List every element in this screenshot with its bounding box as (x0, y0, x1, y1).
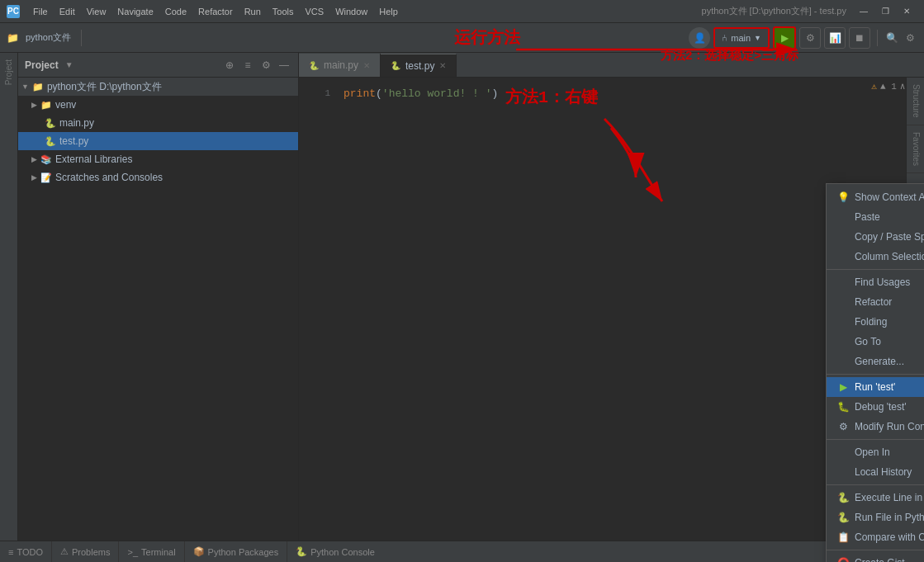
menu-tools[interactable]: Tools (268, 5, 299, 18)
ctx-run-test[interactable]: ▶ Run 'test' Ctrl +Shift+F10 (827, 377, 924, 397)
ctx-item-label: Run 'test' (855, 381, 924, 393)
ctx-item-label: Go To (855, 336, 924, 347)
ctx-item-label: Show Context Actions (855, 191, 924, 203)
ctx-paste[interactable]: Paste Ctrl+V (827, 207, 924, 227)
todo-tab[interactable]: ≡ TODO (0, 541, 52, 563)
console-tab[interactable]: 🐍 Python Console (287, 541, 383, 563)
project-new-dir[interactable]: ⊕ (222, 58, 237, 73)
terminal-tab[interactable]: >_ Terminal (119, 541, 184, 563)
menu-vcs[interactable]: VCS (301, 5, 329, 18)
tree-item-venv[interactable]: ▶ 📁 venv (18, 96, 298, 114)
context-menu: 💡 Show Context Actions Alt+Enter Paste C… (826, 183, 924, 562)
breadcrumb-up[interactable]: ∧ (900, 81, 906, 92)
menu-view[interactable]: View (82, 5, 111, 18)
sidebar-project-tab[interactable]: Project (2, 56, 15, 88)
tree-item-scratches[interactable]: ▶ 📝 Scratches and Consoles (18, 168, 298, 187)
generate-icon (836, 355, 850, 368)
project-settings[interactable]: ⚙ (258, 58, 273, 73)
terminal-label: Terminal (141, 547, 176, 557)
branch-icon: ⑃ (722, 33, 727, 43)
branch-button[interactable]: ⑃ main ▼ (713, 27, 770, 49)
ctx-debug-test[interactable]: 🐛 Debug 'test' (827, 397, 924, 417)
menu-code[interactable]: Code (160, 5, 192, 18)
problems-icon: ⚠ (60, 546, 69, 557)
warning-icon: ⚠ (871, 81, 877, 92)
packages-tab[interactable]: 📦 Python Packages (185, 541, 288, 563)
tab-main[interactable]: 🐍 main.py ✕ (299, 54, 381, 77)
ctx-show-context-actions[interactable]: 💡 Show Context Actions Alt+Enter (827, 187, 924, 207)
ctx-open-in[interactable]: Open In ▶ (827, 442, 924, 462)
ctx-create-gist[interactable]: ⭕ Create Gist... (827, 553, 924, 562)
tree-item-test[interactable]: 🐍 test.py (18, 132, 298, 150)
favorites-panel-tab[interactable]: Favorites (907, 125, 924, 173)
open-in-icon (836, 446, 850, 459)
tree-item-label: Scratches and Consoles (55, 172, 163, 183)
editor-area: 🐍 main.py ✕ 🐍 test.py ✕ 方法1：右键 (299, 53, 924, 541)
tab-close[interactable]: ✕ (363, 61, 370, 70)
tree-item-label: main.py (59, 117, 94, 129)
ctx-refactor[interactable]: Refactor ▶ (827, 292, 924, 312)
ctx-compare-clipboard[interactable]: 📋 Compare with Clipboard (827, 527, 924, 547)
ctx-copy-paste-special[interactable]: Copy / Paste Special ▶ (827, 227, 924, 247)
tree-root[interactable]: ▼ 📁 python文件 D:\python文件 (18, 78, 298, 96)
ctx-column-selection[interactable]: Column Selection Mode Alt+Shift+Insert (827, 247, 924, 267)
project-tree: ▼ 📁 python文件 D:\python文件 ▶ 📁 venv 🐍 main… (18, 78, 298, 541)
ctx-item-label: Generate... (855, 356, 924, 367)
build-button[interactable]: ⚙ (799, 27, 821, 49)
project-collapse-all[interactable]: ≡ (240, 58, 255, 73)
menu-file[interactable]: File (28, 5, 53, 18)
toolbar-project-icon: 📁 (7, 32, 19, 44)
ctx-goto[interactable]: Go To ▶ (827, 332, 924, 352)
title-bar: PC File Edit View Navigate Code Refactor… (0, 0, 924, 23)
problems-tab[interactable]: ⚠ Problems (52, 541, 119, 563)
ctx-separator-3 (827, 439, 924, 440)
search-button[interactable]: 🔍 (884, 31, 899, 45)
close-button[interactable]: ✕ (896, 0, 917, 23)
tabs-bar: 🐍 main.py ✕ 🐍 test.py ✕ (299, 53, 924, 78)
ctx-generate[interactable]: Generate... Alt+Insert (827, 352, 924, 371)
tree-item-main[interactable]: 🐍 main.py (18, 114, 298, 132)
app-icon: PC (7, 5, 20, 18)
project-panel-title: Project (25, 59, 59, 71)
menu-navigate[interactable]: Navigate (112, 5, 158, 18)
ctx-item-label: Create Gist... (855, 557, 924, 562)
maximize-button[interactable]: ❐ (874, 0, 896, 23)
tab-test[interactable]: 🐍 test.py ✕ (381, 54, 457, 77)
ctx-modify-run[interactable]: ⚙ Modify Run Configuration... (827, 417, 924, 437)
tree-item-ext-libs[interactable]: ▶ 📚 External Libraries (18, 150, 298, 168)
menu-run[interactable]: Run (239, 5, 266, 18)
tab-close[interactable]: ✕ (439, 61, 446, 70)
profile-button[interactable]: 👤 (689, 27, 710, 49)
test-tab-icon: 🐍 (391, 61, 400, 70)
profile-run-button[interactable]: ⏹ (849, 27, 870, 49)
coverage-button[interactable]: 📊 (824, 27, 846, 49)
ctx-run-file[interactable]: 🐍 Run File in Python Console (827, 508, 924, 527)
run-button[interactable]: ▶ (773, 26, 796, 50)
tree-item-label: test.py (59, 135, 88, 147)
packages-label: Python Packages (208, 547, 279, 557)
breadcrumb-count: ▲ 1 (880, 82, 897, 92)
ctx-item-label: Folding (855, 316, 924, 328)
goto-icon (836, 335, 850, 348)
ctx-local-history[interactable]: Local History ▶ (827, 462, 924, 482)
menu-help[interactable]: Help (374, 5, 403, 18)
copy-paste-icon (836, 230, 850, 243)
ctx-separator-1 (827, 269, 924, 270)
menu-edit[interactable]: Edit (54, 5, 80, 18)
scratches-icon: 📝 (40, 172, 52, 183)
minimize-button[interactable]: — (853, 0, 874, 23)
local-history-icon (836, 465, 850, 479)
structure-panel-tab[interactable]: Structure (907, 78, 924, 125)
settings-button[interactable]: ⚙ (903, 31, 917, 45)
menu-window[interactable]: Window (330, 5, 372, 18)
ctx-folding[interactable]: Folding ▶ (827, 312, 924, 332)
ctx-find-usages[interactable]: Find Usages Alt+F7 (827, 272, 924, 292)
ctx-item-label: Paste (855, 211, 924, 223)
branch-label: main (731, 33, 751, 43)
main-tab-icon: 🐍 (309, 61, 319, 70)
ctx-execute-line[interactable]: 🐍 Execute Line in Python Console Alt+Shi… (827, 488, 924, 508)
menu-refactor[interactable]: Refactor (193, 5, 238, 18)
toolbar-sep-2 (877, 30, 878, 46)
project-close[interactable]: — (277, 58, 291, 73)
ctx-item-label: Column Selection Mode (855, 251, 924, 262)
